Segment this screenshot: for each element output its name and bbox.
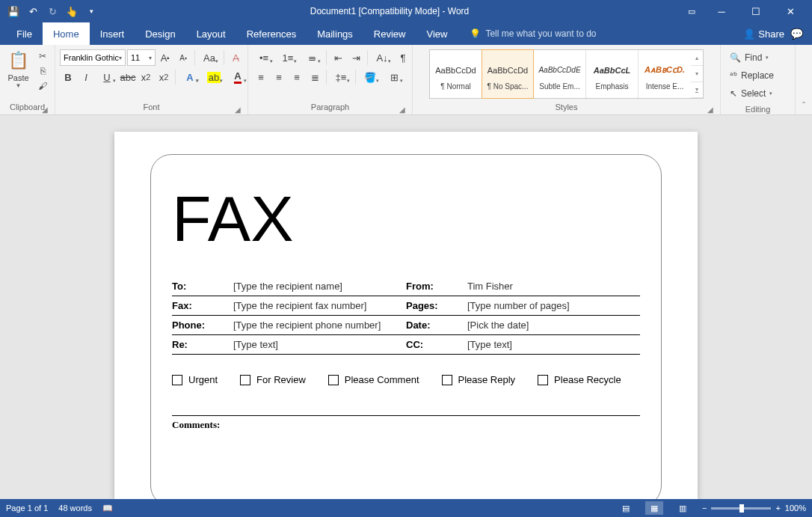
redo-icon[interactable]: ↻: [43, 2, 61, 20]
line-spacing-icon[interactable]: ‡≡: [330, 69, 352, 85]
show-marks-icon[interactable]: ¶: [395, 49, 411, 66]
align-right-icon[interactable]: ≡: [289, 69, 305, 85]
dialog-launcher-icon[interactable]: ◢: [233, 103, 243, 113]
word-count[interactable]: 48 words: [58, 504, 92, 513]
grow-font-icon[interactable]: A▴: [157, 49, 173, 66]
tab-view[interactable]: View: [416, 22, 458, 45]
field-value[interactable]: [Type the recipient phone number]: [233, 319, 381, 331]
read-mode-icon[interactable]: ▤: [617, 501, 635, 515]
tab-layout[interactable]: Layout: [186, 22, 236, 45]
dialog-launcher-icon[interactable]: ◢: [705, 103, 716, 113]
field-value[interactable]: [Type number of pages]: [467, 300, 570, 311]
page-indicator[interactable]: Page 1 of 1: [6, 504, 48, 513]
comments-icon[interactable]: 💬: [790, 28, 803, 40]
tab-review[interactable]: Review: [363, 22, 416, 45]
field-value[interactable]: [Pick the date]: [467, 319, 529, 331]
superscript-button[interactable]: x2: [156, 69, 172, 85]
change-case-icon[interactable]: Aa: [198, 49, 221, 66]
checkbox-option[interactable]: Please Recycle: [538, 374, 621, 385]
select-button[interactable]: ↖Select▾: [725, 85, 778, 102]
checkbox-option[interactable]: Urgent: [172, 374, 218, 385]
styles-scroll-up-icon[interactable]: ▴: [691, 50, 703, 66]
tab-home[interactable]: Home: [43, 22, 90, 45]
multilevel-list-icon[interactable]: ≡̵: [301, 49, 323, 66]
checkbox-icon[interactable]: [328, 375, 339, 385]
font-name-combo[interactable]: Franklin Gothic▾: [60, 49, 126, 66]
text-effects-icon[interactable]: A: [179, 69, 201, 85]
checkbox-option[interactable]: Please Reply: [442, 374, 516, 385]
document-canvas[interactable]: FAX To:[Type the recipient name]From:Tim…: [0, 115, 812, 499]
tab-design[interactable]: Design: [135, 22, 185, 45]
touch-mode-icon[interactable]: 👆: [63, 2, 81, 20]
zoom-in-icon[interactable]: +: [775, 504, 780, 513]
print-layout-icon[interactable]: ▦: [645, 501, 663, 515]
styles-gallery[interactable]: AaBbCcDd ¶ Normal AaBbCcDd ¶ No Spac... …: [429, 49, 704, 99]
page-content[interactable]: FAX To:[Type the recipient name]From:Tim…: [150, 154, 662, 499]
minimize-button[interactable]: ─: [704, 0, 739, 22]
font-color-icon[interactable]: A: [227, 69, 249, 85]
cut-icon[interactable]: ✂: [35, 49, 50, 63]
zoom-value[interactable]: 100%: [785, 504, 806, 513]
tab-file[interactable]: File: [6, 22, 43, 45]
checkbox-option[interactable]: Please Comment: [328, 374, 419, 385]
strikethrough-button[interactable]: abc: [120, 69, 136, 85]
spellcheck-icon[interactable]: 📖: [102, 504, 113, 513]
sort-icon[interactable]: A↓: [371, 49, 393, 66]
align-center-icon[interactable]: ≡: [271, 69, 287, 85]
highlight-icon[interactable]: ab: [203, 69, 225, 85]
undo-icon[interactable]: ↶: [24, 2, 42, 20]
tab-references[interactable]: References: [236, 22, 307, 45]
qat-customize-icon[interactable]: ▾: [82, 2, 100, 20]
close-button[interactable]: ✕: [773, 0, 808, 22]
style-no-spacing[interactable]: AaBbCcDd ¶ No Spac...: [482, 49, 534, 99]
collapse-ribbon-icon[interactable]: ˆ: [796, 45, 812, 114]
format-painter-icon[interactable]: 🖌: [35, 79, 50, 93]
increase-indent-icon[interactable]: ⇥: [348, 49, 364, 66]
field-row[interactable]: To:[Type the recipient name]From:Tim Fis…: [172, 277, 640, 296]
borders-icon[interactable]: ⊞: [383, 69, 405, 85]
field-value[interactable]: Tim Fisher: [467, 281, 513, 292]
dialog-launcher-icon[interactable]: ◢: [397, 103, 407, 113]
find-button[interactable]: 🔍Find▾: [725, 49, 778, 66]
numbering-icon[interactable]: 1≡: [277, 49, 299, 66]
underline-button[interactable]: U: [96, 69, 118, 85]
replace-button[interactable]: ᵃᵇReplace: [725, 67, 778, 84]
shading-icon[interactable]: 🪣: [359, 69, 381, 85]
field-row[interactable]: Re:[Type text]CC:[Type text]: [172, 335, 640, 355]
share-button[interactable]: 👤 Share: [743, 28, 784, 40]
copy-icon[interactable]: ⎘: [35, 64, 50, 78]
style-normal[interactable]: AaBbCcDd ¶ Normal: [430, 50, 482, 98]
styles-more-icon[interactable]: ▾̲: [691, 82, 703, 98]
field-row[interactable]: Fax:[Type the recipient fax number]Pages…: [172, 296, 640, 316]
subscript-button[interactable]: x2: [138, 69, 154, 85]
field-value[interactable]: [Type the recipient fax number]: [233, 300, 366, 311]
comments-heading[interactable]: Comments:: [172, 415, 640, 431]
style-emphasis[interactable]: AaBbCcL Emphasis: [586, 50, 639, 98]
dialog-launcher-icon[interactable]: ◢: [40, 103, 50, 113]
tab-insert[interactable]: Insert: [90, 22, 135, 45]
align-left-icon[interactable]: ≡: [253, 69, 269, 85]
zoom-slider[interactable]: [711, 507, 771, 510]
field-row[interactable]: Phone:[Type the recipient phone number]D…: [172, 316, 640, 335]
checkbox-icon[interactable]: [442, 375, 452, 385]
style-intense-emphasis[interactable]: AᴀBʙCᴄD. Intense E...: [639, 50, 691, 98]
checkbox-icon[interactable]: [172, 375, 182, 385]
font-size-combo[interactable]: 11▾: [127, 49, 156, 66]
bullets-icon[interactable]: •≡: [253, 49, 275, 66]
clear-formatting-icon[interactable]: A̶: [227, 49, 244, 66]
field-value[interactable]: [Type text]: [467, 339, 512, 350]
checkbox-icon[interactable]: [240, 375, 250, 385]
justify-icon[interactable]: ≣: [307, 69, 323, 85]
paste-button[interactable]: 📋 Paste ▼: [4, 48, 32, 89]
zoom-out-icon[interactable]: −: [702, 504, 707, 513]
field-value[interactable]: [Type text]: [233, 339, 278, 350]
tab-mailings[interactable]: Mailings: [307, 22, 363, 45]
shrink-font-icon[interactable]: A▾: [175, 49, 191, 66]
ribbon-display-icon[interactable]: ▭: [679, 0, 704, 22]
style-subtle-emphasis[interactable]: AaBbCcDdE Subtle Em...: [534, 50, 586, 98]
tell-me-search[interactable]: 💡 Tell me what you want to do: [458, 22, 596, 45]
styles-scroll-down-icon[interactable]: ▾: [691, 66, 703, 82]
field-value[interactable]: [Type the recipient name]: [233, 281, 342, 292]
checkbox-option[interactable]: For Review: [240, 374, 306, 385]
save-icon[interactable]: 💾: [4, 2, 22, 20]
